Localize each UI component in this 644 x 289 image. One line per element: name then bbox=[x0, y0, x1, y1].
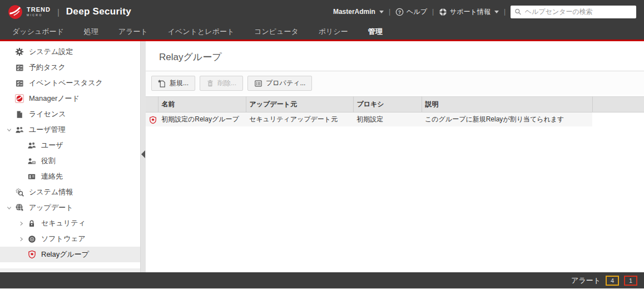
delete-button-label: 削除... bbox=[217, 79, 236, 88]
sidebar-item-updates[interactable]: アップデート bbox=[0, 200, 140, 215]
column-header-name[interactable]: 名前 bbox=[158, 97, 246, 112]
properties-button[interactable]: プロパティ... bbox=[247, 76, 312, 91]
sidebar-item-label: セキュリティ bbox=[41, 218, 86, 228]
trash-icon bbox=[206, 79, 214, 87]
properties-icon bbox=[254, 80, 262, 87]
search-input[interactable] bbox=[525, 8, 632, 16]
row-relay-icon-cell bbox=[146, 112, 158, 127]
nav-computers[interactable]: コンピュータ bbox=[254, 27, 299, 37]
sidebar-item-manager-nodes[interactable]: Managerノード bbox=[0, 91, 140, 106]
toolbar: 新規... 削除... プロパティ... bbox=[146, 71, 644, 95]
sidebar-divider[interactable] bbox=[140, 41, 146, 272]
app-header: TREND MICRO | Deep Security MasterAdmin … bbox=[0, 0, 644, 23]
sidebar-item-label: システム設定 bbox=[29, 47, 73, 57]
users-icon bbox=[27, 141, 37, 150]
relay-group-icon bbox=[27, 250, 37, 259]
cell-description: このグループに新規Relayが割り当てられます bbox=[422, 112, 592, 127]
system-info-icon bbox=[14, 188, 24, 197]
svg-text:?: ? bbox=[398, 9, 401, 14]
brand-trend: TREND bbox=[27, 7, 51, 13]
support-menu[interactable]: サポート情報 bbox=[439, 7, 499, 17]
nav-alerts[interactable]: アラート bbox=[118, 27, 148, 37]
chevron-expanded-icon[interactable] bbox=[3, 205, 14, 210]
column-header-proxy[interactable]: プロキシ bbox=[353, 97, 422, 112]
sidebar-item-label: ソフトウェア bbox=[41, 234, 86, 244]
nav-dashboard[interactable]: ダッシュボード bbox=[12, 27, 64, 37]
relay-groups-table: 名前 アップデート元 プロキシ 説明 初期設定のRelayグループ bbox=[146, 96, 644, 126]
support-lifebuoy-icon bbox=[439, 8, 447, 16]
column-header-update-source[interactable]: アップデート元 bbox=[246, 97, 353, 112]
header-separator: | bbox=[389, 8, 390, 16]
table-header-row: 名前 アップデート元 プロキシ 説明 bbox=[146, 97, 644, 112]
chevron-collapsed-icon[interactable] bbox=[16, 237, 27, 242]
admin-sidebar: システム設定 予約タスク イベントベースタスク bbox=[0, 41, 140, 272]
sidebar-item-label: アップデート bbox=[29, 203, 73, 213]
sidebar-item-label: システム情報 bbox=[29, 187, 73, 197]
scheduled-task-icon bbox=[14, 63, 24, 72]
sidebar-item-relay-groups[interactable]: Relayグループ bbox=[0, 247, 140, 262]
warning-alerts-badge[interactable]: 4 bbox=[606, 276, 619, 286]
sidebar-item-label: 役割 bbox=[41, 156, 56, 166]
chevron-down-icon bbox=[494, 11, 499, 13]
nav-policies[interactable]: ポリシー bbox=[319, 27, 348, 37]
nav-actions[interactable]: 処理 bbox=[84, 27, 98, 37]
sidebar-item-contacts[interactable]: 連絡先 bbox=[0, 169, 140, 184]
help-label: ヘルプ bbox=[407, 7, 427, 17]
sidebar-item-scheduled-tasks[interactable]: 予約タスク bbox=[0, 60, 140, 75]
cell-name: 初期設定のRelayグループ bbox=[158, 112, 246, 127]
alerts-label: アラート bbox=[571, 276, 601, 286]
cell-update-source: セキュリティアップデート元 bbox=[246, 112, 353, 127]
help-icon: ? bbox=[395, 8, 404, 16]
contacts-icon bbox=[27, 173, 37, 180]
user-menu[interactable]: MasterAdmin bbox=[333, 8, 384, 16]
sidebar-item-licenses[interactable]: ライセンス bbox=[0, 106, 140, 122]
trend-micro-ball-icon bbox=[8, 4, 23, 19]
new-button[interactable]: 新規... bbox=[151, 76, 195, 91]
main-panel: Relayグループ 新規... 削除... bbox=[146, 41, 644, 272]
cell-proxy: 初期設定 bbox=[353, 112, 422, 127]
nav-administration[interactable]: 管理 bbox=[368, 27, 383, 37]
new-item-icon bbox=[158, 79, 166, 87]
new-button-label: 新規... bbox=[170, 79, 189, 88]
table-row[interactable]: 初期設定のRelayグループ セキュリティアップデート元 初期設定 このグループ… bbox=[146, 112, 644, 127]
brand-micro: MICRO bbox=[27, 14, 51, 17]
header-separator: | bbox=[504, 8, 506, 16]
sidebar-item-label: ユーザ bbox=[41, 140, 63, 150]
chevron-collapsed-icon[interactable] bbox=[16, 221, 27, 226]
sidebar-item-security-updates[interactable]: セキュリティ bbox=[0, 215, 140, 231]
brand-divider: | bbox=[57, 7, 60, 17]
sidebar-item-event-based-tasks[interactable]: イベントベースタスク bbox=[0, 75, 140, 91]
sidebar-item-system-settings[interactable]: システム設定 bbox=[0, 44, 140, 60]
critical-alerts-badge[interactable]: 1 bbox=[624, 276, 637, 286]
status-bar: アラート 4 1 bbox=[0, 272, 644, 288]
trend-micro-logo: TREND MICRO bbox=[8, 4, 51, 19]
sidebar-item-system-information[interactable]: システム情報 bbox=[0, 184, 140, 200]
column-header-description[interactable]: 説明 bbox=[422, 97, 592, 112]
search-icon bbox=[514, 8, 522, 16]
updates-icon bbox=[14, 203, 24, 212]
help-search-box[interactable] bbox=[511, 6, 636, 18]
sidebar-item-user-management[interactable]: ユーザ管理 bbox=[0, 122, 140, 138]
sidebar-item-roles[interactable]: 役割 bbox=[0, 153, 140, 169]
help-menu[interactable]: ? ヘルプ bbox=[395, 7, 427, 17]
event-based-task-icon bbox=[14, 79, 24, 87]
main-nav: ダッシュボード 処理 アラート イベントとレポート コンピュータ ポリシー 管理 bbox=[0, 23, 644, 41]
relay-group-icon bbox=[149, 116, 157, 124]
page-title: Relayグループ bbox=[146, 41, 644, 71]
sidebar-collapse-icon[interactable] bbox=[141, 150, 145, 158]
support-label: サポート情報 bbox=[450, 7, 491, 17]
chevron-expanded-icon[interactable] bbox=[3, 128, 14, 133]
sidebar-item-software-updates[interactable]: ソフトウェア bbox=[0, 231, 140, 247]
delete-button[interactable]: 削除... bbox=[200, 76, 243, 91]
gear-icon bbox=[14, 47, 24, 56]
sidebar-item-label: ユーザ管理 bbox=[29, 125, 66, 135]
icon-column-header[interactable] bbox=[146, 97, 158, 112]
header-separator: | bbox=[432, 8, 434, 16]
manager-node-icon bbox=[14, 94, 24, 103]
sidebar-item-users[interactable]: ユーザ bbox=[0, 138, 140, 153]
product-title: Deep Security bbox=[66, 6, 131, 17]
sidebar-item-label: 連絡先 bbox=[41, 172, 63, 182]
sidebar-item-label: イベントベースタスク bbox=[29, 78, 103, 88]
nav-events-reports[interactable]: イベントとレポート bbox=[168, 27, 234, 37]
chevron-down-icon bbox=[379, 11, 384, 13]
